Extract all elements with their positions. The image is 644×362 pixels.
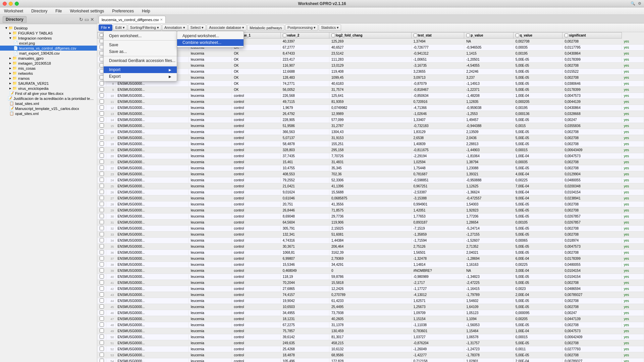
table-row[interactable]: 21ENSMUSG0000...leucemiacontrol15,46131,…: [98, 159, 644, 165]
table-row[interactable]: 20ENSMUSG0000...leucemiacontrol37,74357,…: [98, 153, 644, 159]
table-row[interactable]: 43ENSMUSG0000...leucemiacontrol74,41570,…: [98, 292, 644, 298]
tree-item-metagen[interactable]: ▸ 📁metagen_20190518: [0, 61, 97, 66]
table-row[interactable]: 10ENSMUSG0000...leucemiacontrol226,56812…: [98, 93, 644, 99]
table-row[interactable]: 48ENSMUSG0000...leucemiacontrol67,227531…: [98, 322, 644, 328]
table-row[interactable]: 54ENSMUSG0000...leucemiacontrol105,49617…: [98, 358, 644, 362]
table-row[interactable]: 39ENSMUSG0000...leucemiacontrol0,4680490…: [98, 268, 644, 274]
table-row[interactable]: 36ENSMUSG0000...leucemiacontrol1068,8131…: [98, 250, 644, 256]
sidebar-minimize-icon[interactable]: ▭: [85, 17, 89, 22]
tree-item-desktop[interactable]: ▾ 📁Desktop: [0, 25, 97, 31]
toolbar-file-btn[interactable]: File ▾: [99, 24, 112, 31]
settings-icon[interactable]: ⚙: [638, 1, 641, 6]
table-row[interactable]: 19ENSMUSG0000...leucemiacontrol328,80329…: [98, 147, 644, 153]
menu-directory[interactable]: Directory: [30, 8, 49, 14]
table-row[interactable]: 3ENSMUSG0000...leucemiaOK8,4743323,5142-…: [98, 51, 644, 57]
row-checkbox[interactable]: [100, 292, 104, 297]
maximize-button[interactable]: [15, 2, 19, 6]
tree-item-virus[interactable]: ▸ 📁virus_enciclopedia: [0, 86, 97, 91]
table-row[interactable]: 17ENSMUSG0000...leucemiacontrol5,0713731…: [98, 135, 644, 141]
table-row[interactable]: 45ENSMUSG0000...leucemiacontrol10,650325…: [98, 304, 644, 310]
tree-item-mart_export[interactable]: 📄mart_export_190426.csv: [0, 51, 97, 56]
row-checkbox[interactable]: [100, 202, 104, 206]
menu-help[interactable]: Help: [141, 8, 152, 14]
table-row[interactable]: 34ENSMUSG0000...leucemiacontrol4,743161,…: [98, 238, 644, 244]
row-checkbox[interactable]: [100, 353, 104, 357]
row-checkbox[interactable]: [100, 250, 104, 254]
row-checkbox[interactable]: [100, 341, 104, 345]
tree-item-networks[interactable]: ▸ 📁networks: [0, 71, 97, 76]
row-checkbox[interactable]: [100, 304, 104, 309]
tree-item-saurata[interactable]: ▸ 📁SAURATA_VER21: [0, 81, 97, 86]
row-checkbox[interactable]: [100, 141, 104, 146]
row-checkbox[interactable]: [100, 328, 104, 333]
row-checkbox[interactable]: [100, 310, 104, 315]
menu-worksheet-settings[interactable]: Worksheet settings: [69, 8, 106, 14]
table-row[interactable]: 49ENSMUSG0000...leucemiacontrol75,785713…: [98, 328, 644, 334]
tree-item-mis_cosas[interactable]: ▸ 📁mis_cosas: [0, 66, 97, 71]
row-checkbox[interactable]: [100, 135, 104, 140]
col-value2-check[interactable]: [283, 34, 286, 37]
table-row[interactable]: 32ENSMUSG0000...leucemiacontrol305,7912,…: [98, 226, 644, 232]
table-row[interactable]: 13ENSMUSG0000...leucemiacontrol26,479212…: [98, 111, 644, 117]
menu-download-genbank[interactable]: Download GenBank accession files...: [104, 57, 177, 64]
toolbar-metabolic-btn[interactable]: Metabolic pathways: [247, 25, 284, 31]
tree-item-justificacion[interactable]: 📝Justificacion de la acreditación a la p…: [0, 96, 97, 101]
table-row[interactable]: 30ENSMUSG0000...leucemiacontrol8,6904829…: [98, 214, 644, 220]
row-checkbox[interactable]: [100, 147, 104, 152]
tree-item-lasal[interactable]: 📋lasal_sites.xml: [0, 101, 97, 106]
menu-save-as[interactable]: Save as...: [104, 48, 177, 55]
table-row[interactable]: 46ENSMUSG0000...leucemiacontrol34,495573…: [98, 310, 644, 316]
tree-item-opat[interactable]: 📋opat_sites.xml: [0, 111, 97, 116]
row-checkbox[interactable]: [100, 123, 104, 128]
row-checkbox[interactable]: [100, 196, 104, 200]
tree-item-rramos[interactable]: ▸ 📁rramos: [0, 76, 97, 81]
table-row[interactable]: 38ENSMUSG0000...leucemiacontrol15,534634…: [98, 262, 644, 268]
table-row[interactable]: 35ENSMUSG0000...leucemiacontrol30,367120…: [98, 244, 644, 250]
menu-save[interactable]: Save: [104, 42, 177, 48]
table-row[interactable]: 37ENSMUSG0000...leucemiacontrol6,998072,…: [98, 256, 644, 262]
table-row[interactable]: 44ENSMUSG0000...leucemiacontrol19,904261…: [98, 298, 644, 304]
close-button[interactable]: [3, 2, 7, 6]
row-checkbox[interactable]: [100, 117, 104, 122]
table-row[interactable]: 24ENSMUSG0000...leucemiacontrol79,255252…: [98, 177, 644, 183]
row-checkbox[interactable]: [100, 359, 104, 362]
toolbar-sorting-btn[interactable]: Sorting/Filtering ▾: [128, 24, 161, 31]
table-row[interactable]: 25ENSMUSG0000...leucemiacontrol21,042141…: [98, 183, 644, 189]
tab-close-icon[interactable]: ✕: [160, 18, 163, 21]
table-row[interactable]: 51ENSMUSG0000...leucemiacontrol249,63545…: [98, 340, 644, 346]
table-row[interactable]: 47ENSMUSG0000...leucemiacontrol18,123140…: [98, 316, 644, 322]
tree-item-integracion[interactable]: ▾ 📁Integracion nombres: [0, 36, 97, 41]
col-significant-check[interactable]: [565, 34, 568, 37]
sidebar-close-icon[interactable]: ✕: [90, 17, 94, 22]
tree-item-leucemia_csv[interactable]: 📄leucemia_vs_control_diffgenes.csv: [0, 46, 97, 51]
toolbar-associate-btn[interactable]: Associate database ▾: [207, 24, 247, 31]
col-log2fc-check[interactable]: [331, 34, 335, 37]
table-row[interactable]: 40ENSMUSG0000...leucemiacontrol118,1959,…: [98, 274, 644, 280]
submenu-combine-worksheet[interactable]: Combine worksheet...: [177, 39, 244, 46]
row-checkbox[interactable]: [100, 298, 104, 303]
tree-item-first_all[interactable]: 📝First of all give your files.docx: [0, 91, 97, 96]
row-checkbox[interactable]: [100, 238, 104, 242]
toolbar-statistics-btn[interactable]: Statistics ▾: [319, 24, 341, 31]
table-row[interactable]: 11ENSMUSG0000...leucemiacontrol49,711581…: [98, 99, 644, 105]
select-all-checkbox[interactable]: [100, 33, 103, 37]
row-checkbox[interactable]: [100, 220, 104, 224]
table-row[interactable]: 28ENSMUSG0000...leucemiacontrol20,75141,…: [98, 201, 644, 207]
row-checkbox[interactable]: [100, 129, 104, 134]
refresh-icon[interactable]: ↻: [79, 17, 83, 22]
row-checkbox[interactable]: [100, 226, 104, 230]
row-checkbox[interactable]: [100, 87, 104, 92]
row-checkbox[interactable]: [100, 154, 104, 158]
table-row[interactable]: 22ENSMUSG0000...leucemiacontrol10,475535…: [98, 165, 644, 171]
row-checkbox[interactable]: [100, 256, 104, 260]
tree-item-figuras[interactable]: ▸ 📁FIGURAS Y TABLAS: [0, 31, 97, 36]
table-row[interactable]: 6ENSMUSG0000...leucemiaOK12,6688119,4083…: [98, 69, 644, 75]
row-checkbox[interactable]: [100, 214, 104, 218]
table-row[interactable]: 15ENSMUSG0000...leucemiacontrol51,958631…: [98, 123, 644, 129]
menu-open-worksheet[interactable]: Open worksheet...: [104, 33, 177, 39]
toolbar-postprocessing-btn[interactable]: Postprocessing ▾: [285, 24, 318, 31]
table-row[interactable]: 12ENSMUSG0000...leucemiacontrol1,96790,0…: [98, 105, 644, 111]
row-checkbox[interactable]: [100, 184, 104, 188]
table-container[interactable]: sample_2 status value_1 value_2 log2_fol…: [97, 32, 644, 362]
row-checkbox[interactable]: [100, 93, 104, 98]
